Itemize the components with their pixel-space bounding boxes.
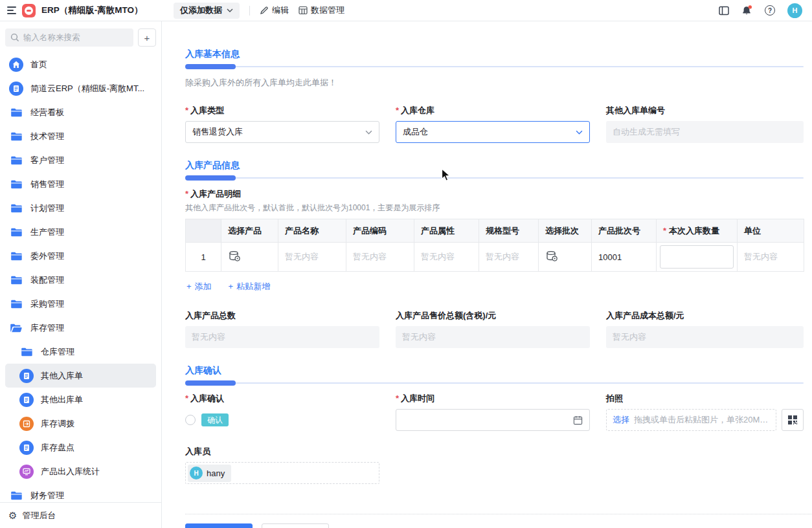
operator-chip: H hany [188,465,231,482]
qty-input[interactable] [660,245,734,269]
hamburger-menu-icon[interactable] [7,6,16,14]
confirm-badge[interactable]: 确认 [201,413,229,426]
edit-button[interactable]: 编辑 [260,5,289,16]
sidebar-item[interactable]: 其他入库单 [5,364,156,388]
search-box[interactable] [5,28,133,47]
section-title-confirm: 入库确认 [185,365,803,376]
column-header: *本次入库数量 [657,219,738,243]
main-content: 入库基本信息 除采购入库外的所有入库单均走此单据！ 入库类型 销售退货入库 入库… [163,21,812,528]
top-bar: ERP（精细版-离散MTO） 仅添加数据 编辑 数据管理 ? H [0,0,812,21]
cell-empty: 暂无内容 [278,243,346,272]
sidebar-item[interactable]: 销售管理 [5,172,156,196]
operator-field[interactable]: H hany [185,462,379,484]
database-picker-icon[interactable] [228,250,241,263]
footer-buttons: 提交 保存草稿 [185,523,803,528]
field-total-cost: 入库产品成本总额/元 暂无内容 [606,311,804,348]
warehouse-label: 入库仓库 [396,105,590,116]
column-header: 规格型号 [479,219,539,243]
cell-qty [657,243,738,272]
sidebar-item-label: 仓库管理 [41,346,74,358]
topbar-left: ERP（精细版-离散MTO） [0,4,162,17]
sidebar-item-label: 生产管理 [30,226,64,238]
chevron-down-icon [227,8,233,12]
sidebar-item[interactable]: 库存盘点 [5,435,156,459]
folder-icon [9,180,23,189]
field-total-price: 入库产品售价总额(含税)/元 暂无内容 [396,311,590,348]
search-input[interactable] [23,33,128,42]
data-manage-button[interactable]: 数据管理 [299,5,344,16]
field-inbound-type: 入库类型 销售退货入库 [185,105,379,143]
inbound-time-label: 入库时间 [396,393,590,404]
admin-entry[interactable]: ⚙ 管理后台 [0,502,161,528]
warehouse-select[interactable]: 成品仓 [396,121,590,143]
column-header: 产品批次号 [592,219,657,243]
collapse-panel-icon[interactable] [719,6,729,16]
form: 入库基本信息 除采购入库外的所有入库单均走此单据！ 入库类型 销售退货入库 入库… [163,21,812,528]
sidebar-item[interactable]: 首页 [5,52,156,76]
sidebar-item[interactable]: 装配管理 [5,268,156,292]
photo-upload-area[interactable]: 选择 拖拽或单击后粘贴图片，单张20MB... [606,409,776,431]
user-avatar[interactable]: H [787,3,802,18]
row-index: 1 [186,243,221,272]
add-row-label: 添加 [195,281,212,291]
sidebar-item[interactable]: 库存调拨 [5,412,156,435]
notification-bell-icon[interactable] [741,5,752,16]
folder-icon [19,347,34,357]
table-header-row: 选择产品产品名称产品编码产品属性规格型号选择批次产品批次号*本次入库数量单位 [186,219,804,243]
row-index-header [186,219,221,243]
paste-add-link[interactable]: +粘贴新增 [229,281,271,292]
sidebar-item-label: 采购管理 [30,298,64,310]
folder-open-icon [9,324,23,333]
folder-icon [9,300,23,309]
chevron-down-icon [576,130,583,135]
photo-capture-button[interactable] [782,409,804,431]
total-cost-label: 入库产品成本总额/元 [606,311,804,321]
submit-button[interactable]: 提交 [185,523,253,528]
add-app-button[interactable]: + [138,28,156,47]
sidebar-item[interactable]: 委外管理 [5,244,156,268]
sidebar-item[interactable]: 生产管理 [5,220,156,244]
total-count-input: 暂无内容 [185,326,379,348]
search-icon [10,33,19,42]
add-row-link[interactable]: +添加 [186,281,212,292]
sidebar-item-label: 委外管理 [30,250,64,262]
sidebar-item[interactable]: 仓库管理 [5,340,156,364]
app-title: ERP（精细版-离散MTO） [41,5,143,16]
basic-fields-row: 入库类型 销售退货入库 入库仓库 成品仓 其他入库单编号 自动生成无需填写 [185,105,803,143]
inbound-type-select[interactable]: 销售退货入库 [185,121,379,143]
order-no-label: 其他入库单编号 [606,105,804,116]
sidebar-item[interactable]: 计划管理 [5,196,156,220]
sidebar-item[interactable]: 库存管理 [5,316,156,340]
field-operator: 入库员 H hany [185,446,803,484]
doc-icon [19,369,34,383]
photo-select-link[interactable]: 选择 [613,414,629,426]
sidebar-item[interactable]: 客户管理 [5,148,156,172]
sidebar-item[interactable]: 简道云ERP（精细版-离散MT... [5,76,156,100]
folder-icon [9,491,23,500]
qr-icon [787,415,798,425]
database-picker-icon[interactable] [545,250,558,263]
sidebar-item[interactable]: 财务管理 [5,483,156,502]
confirm-radio[interactable] [185,415,196,425]
section-progress-bar [185,175,804,181]
help-icon[interactable]: ? [765,5,775,16]
inbound-time-input[interactable] [396,409,590,431]
table-actions: +添加 +粘贴新增 [186,281,803,292]
add-data-mode-button[interactable]: 仅添加数据 [174,3,240,19]
sidebar-item[interactable]: 其他出库单 [5,388,156,412]
field-confirm: 入库确认 确认 [185,393,379,431]
save-draft-button[interactable]: 保存草稿 [262,523,329,528]
sidebar-item[interactable]: 产品出入库统计 [5,459,156,483]
cell-empty: 暂无内容 [479,243,539,272]
table-icon [299,6,308,15]
sidebar-item[interactable]: 采购管理 [5,292,156,316]
total-price-label: 入库产品售价总额(含税)/元 [396,311,590,321]
sidebar-item-label: 销售管理 [30,179,64,190]
operator-avatar: H [190,467,203,479]
folder-icon [9,228,23,237]
sidebar-item[interactable]: 技术管理 [5,124,156,148]
admin-label: 管理后台 [22,510,56,522]
sidebar-item[interactable]: 经营看板 [5,100,156,124]
plus-icon: + [229,281,234,291]
section-title-product-info: 入库产品信息 [185,160,803,171]
